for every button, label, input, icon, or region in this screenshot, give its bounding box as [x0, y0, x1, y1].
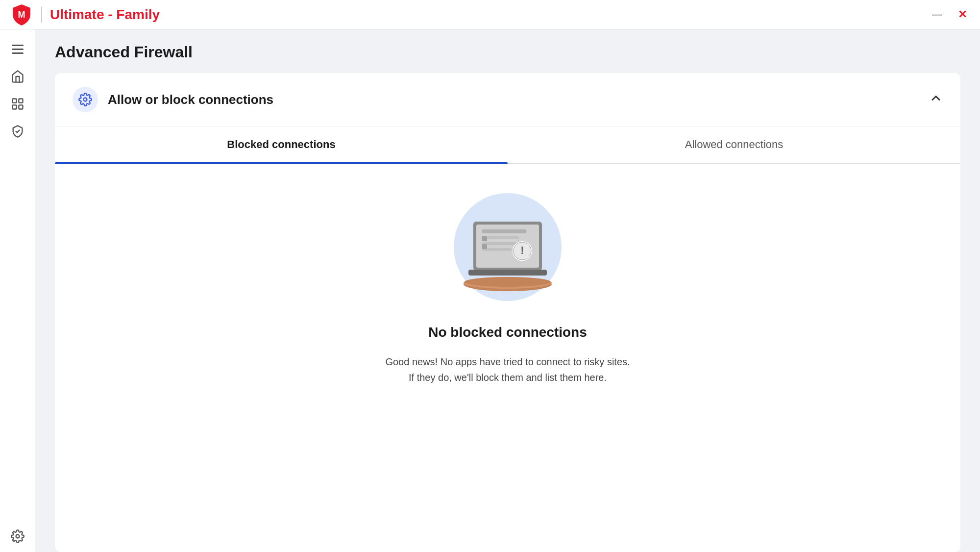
- collapse-button[interactable]: [929, 91, 943, 108]
- empty-illustration: !: [444, 193, 571, 311]
- card-header-left: Allow or block connections: [73, 87, 273, 112]
- title-bar: M Ultimate - Family — ✕: [0, 0, 980, 29]
- svg-text:M: M: [18, 10, 25, 20]
- tabs-container: Blocked connections Allowed connections: [55, 126, 960, 164]
- empty-state-description-line1: Good news! No apps have tried to connect…: [385, 356, 630, 367]
- tab-allowed-label: Allowed connections: [685, 138, 784, 151]
- svg-rect-3: [12, 105, 16, 109]
- home-icon: [11, 70, 24, 83]
- svg-point-5: [16, 535, 19, 538]
- minimize-button[interactable]: —: [929, 7, 945, 23]
- title-divider: [41, 7, 42, 23]
- main-card: Allow or block connections Blocked conne…: [55, 73, 960, 552]
- gear-circle: [73, 87, 98, 112]
- title-bar-controls: — ✕: [929, 7, 970, 23]
- empty-state-description: Good news! No apps have tried to connect…: [385, 354, 630, 385]
- minimize-icon: —: [932, 9, 942, 20]
- sidebar-item-menu[interactable]: [6, 37, 29, 61]
- chevron-up-icon: [929, 91, 943, 105]
- mcafee-shield-icon: M: [10, 3, 33, 26]
- settings-icon: [11, 529, 24, 543]
- svg-rect-13: [482, 236, 487, 241]
- svg-text:!: !: [520, 244, 524, 256]
- svg-rect-9: [482, 229, 526, 233]
- dashboard-icon: [11, 97, 24, 111]
- sidebar-item-home[interactable]: [6, 65, 29, 88]
- sidebar: [0, 29, 35, 552]
- svg-point-6: [84, 98, 87, 101]
- svg-rect-1: [12, 99, 16, 103]
- svg-rect-2: [19, 99, 23, 103]
- app-body: Advanced Firewall Allow or block connect…: [0, 29, 980, 552]
- tab-blocked-label: Blocked connections: [227, 138, 335, 151]
- protection-icon: [11, 125, 24, 138]
- sidebar-item-settings[interactable]: [6, 528, 29, 552]
- svg-rect-14: [482, 244, 487, 249]
- laptop-wrapper: !: [459, 212, 557, 302]
- empty-state: ! No blocked connections Good news! No a: [55, 164, 960, 425]
- svg-rect-10: [482, 236, 519, 239]
- empty-state-title: No blocked connections: [428, 325, 587, 340]
- laptop-illustration-icon: !: [459, 212, 557, 300]
- page-title: Advanced Firewall: [55, 43, 960, 61]
- hamburger-icon: [12, 45, 24, 54]
- page-header: Advanced Firewall: [35, 29, 980, 73]
- card-section-title: Allow or block connections: [108, 92, 273, 107]
- tab-allowed-connections[interactable]: Allowed connections: [508, 126, 960, 163]
- svg-rect-18: [468, 270, 547, 276]
- svg-point-21: [465, 277, 551, 287]
- empty-state-description-line2: If they do, we'll block them and list th…: [409, 372, 607, 383]
- svg-rect-4: [19, 105, 23, 109]
- sidebar-item-dashboard[interactable]: [6, 92, 29, 116]
- title-bar-left: M Ultimate - Family: [10, 3, 160, 26]
- card-header: Allow or block connections: [55, 73, 960, 126]
- mcafee-logo: M: [10, 3, 33, 26]
- gear-icon: [78, 93, 92, 106]
- close-icon: ✕: [958, 8, 967, 21]
- sidebar-item-protection[interactable]: [6, 120, 29, 143]
- app-title: Ultimate - Family: [50, 7, 160, 23]
- tab-blocked-connections[interactable]: Blocked connections: [55, 126, 508, 163]
- content-area: Advanced Firewall Allow or block connect…: [35, 29, 980, 552]
- close-button[interactable]: ✕: [955, 7, 970, 23]
